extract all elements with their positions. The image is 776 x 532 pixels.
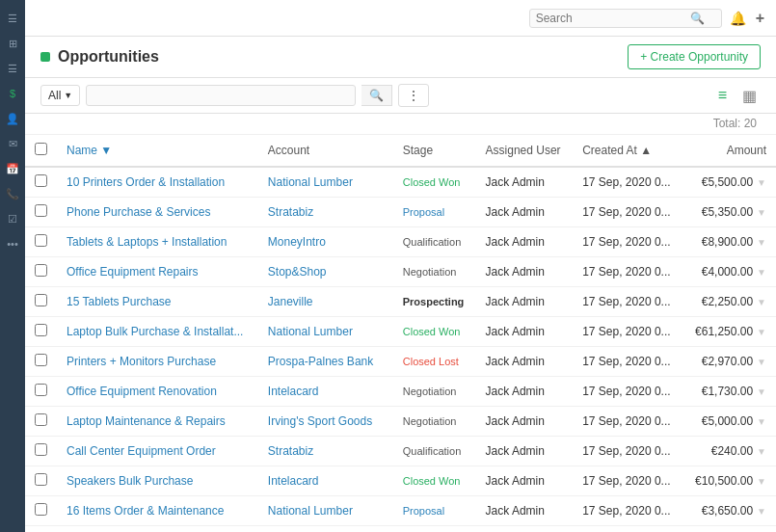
amount-expand-icon[interactable]: ▼ bbox=[757, 267, 766, 278]
sidebar-dollar-icon[interactable]: $ bbox=[2, 83, 23, 104]
row-account: National Lumber bbox=[258, 317, 393, 347]
row-account: Prospa-Palnes Bank bbox=[258, 526, 393, 533]
account-name-link[interactable]: MoneyIntro bbox=[268, 235, 326, 249]
sidebar-user-icon[interactable]: 👤 bbox=[2, 108, 23, 129]
account-name-link[interactable]: Irving's Sport Goods bbox=[268, 414, 372, 428]
account-name-link[interactable]: Stop&Shop bbox=[268, 265, 327, 279]
opportunity-name-link[interactable]: Phone Purchase & Services bbox=[67, 205, 210, 219]
sidebar-check-icon[interactable]: ☑ bbox=[2, 208, 23, 229]
col-account[interactable]: Account bbox=[258, 135, 393, 167]
amount-expand-icon[interactable]: ▼ bbox=[757, 297, 766, 307]
row-checkbox[interactable] bbox=[35, 294, 47, 306]
amount-expand-icon[interactable]: ▼ bbox=[757, 446, 766, 457]
row-checkbox-cell[interactable] bbox=[25, 526, 57, 533]
list-view-button[interactable]: ≡ bbox=[714, 85, 731, 106]
search-box[interactable]: 🔍 bbox=[529, 9, 722, 28]
filter-dropdown[interactable]: All ▼ bbox=[40, 85, 80, 106]
opportunity-name-link[interactable]: Laptop Maintenance & Repairs bbox=[67, 414, 226, 428]
select-all-checkbox[interactable] bbox=[35, 143, 47, 155]
amount-expand-icon[interactable]: ▼ bbox=[757, 506, 766, 517]
row-created: 17 Sep, 2020 0... bbox=[573, 466, 682, 496]
row-checkbox[interactable] bbox=[35, 503, 47, 516]
sidebar-grid-icon[interactable]: ⊞ bbox=[2, 33, 23, 54]
opportunity-name-link[interactable]: Office Equipment Repairs bbox=[67, 265, 199, 279]
account-name-link[interactable]: Intelacard bbox=[268, 474, 319, 488]
account-name-link[interactable]: Stratabiz bbox=[268, 205, 313, 219]
opportunity-name-link[interactable]: Call Center Equipment Order bbox=[67, 444, 216, 458]
row-checkbox-cell[interactable] bbox=[25, 466, 57, 496]
opportunity-name-link[interactable]: Tablets & Laptops + Installation bbox=[67, 235, 227, 249]
sidebar-phone-icon[interactable]: 📞 bbox=[2, 183, 23, 204]
amount-expand-icon[interactable]: ▼ bbox=[757, 237, 766, 248]
more-options-button[interactable]: ⋮ bbox=[398, 84, 429, 107]
row-checkbox-cell[interactable] bbox=[25, 167, 57, 198]
col-created-at[interactable]: Created At ▲ bbox=[573, 135, 682, 167]
opportunity-name-link[interactable]: Office Equipment Renovation bbox=[67, 385, 217, 398]
col-amount[interactable]: Amount bbox=[683, 135, 777, 167]
bell-icon[interactable]: 🔔 bbox=[730, 11, 746, 26]
col-assigned-user[interactable]: Assigned User bbox=[476, 135, 574, 167]
row-user: Jack Admin bbox=[476, 466, 574, 496]
row-checkbox[interactable] bbox=[35, 443, 47, 456]
amount-value: €10,500.00 bbox=[695, 474, 753, 488]
amount-expand-icon[interactable]: ▼ bbox=[757, 416, 766, 427]
opportunity-name-link[interactable]: 15 Tablets Purchase bbox=[67, 295, 172, 308]
row-checkbox[interactable] bbox=[35, 413, 47, 426]
row-user: Jack Admin bbox=[476, 407, 574, 437]
col-stage[interactable]: Stage bbox=[393, 135, 476, 167]
filter-search-input[interactable] bbox=[86, 85, 356, 106]
row-checkbox-cell[interactable] bbox=[25, 287, 57, 317]
col-name[interactable]: Name ▼ bbox=[57, 135, 258, 167]
sidebar-menu-icon[interactable]: ☰ bbox=[2, 8, 23, 29]
account-name-link[interactable]: Intelacard bbox=[268, 385, 319, 398]
amount-expand-icon[interactable]: ▼ bbox=[757, 386, 766, 397]
amount-expand-icon[interactable]: ▼ bbox=[757, 207, 766, 218]
amount-expand-icon[interactable]: ▼ bbox=[757, 357, 766, 367]
account-name-link[interactable]: National Lumber bbox=[268, 325, 353, 338]
amount-expand-icon[interactable]: ▼ bbox=[757, 177, 766, 188]
row-checkbox-cell[interactable] bbox=[25, 198, 57, 227]
row-checkbox[interactable] bbox=[35, 354, 47, 366]
row-checkbox[interactable] bbox=[35, 473, 47, 486]
row-checkbox-cell[interactable] bbox=[25, 227, 57, 257]
filter-search-button[interactable]: 🔍 bbox=[361, 85, 392, 106]
row-checkbox-cell[interactable] bbox=[25, 496, 57, 526]
add-icon[interactable]: + bbox=[756, 10, 764, 27]
sidebar-mail-icon[interactable]: ✉ bbox=[2, 133, 23, 154]
row-checkbox-cell[interactable] bbox=[25, 317, 57, 347]
account-name-link[interactable]: National Lumber bbox=[268, 175, 353, 189]
row-checkbox[interactable] bbox=[35, 174, 47, 187]
row-checkbox-cell[interactable] bbox=[25, 257, 57, 287]
opportunity-name-link[interactable]: Printers + Monitors Purchase bbox=[67, 355, 216, 368]
amount-expand-icon[interactable]: ▼ bbox=[757, 476, 766, 487]
account-name-link[interactable]: National Lumber bbox=[268, 504, 353, 518]
select-all-header[interactable] bbox=[25, 135, 57, 167]
row-user: Jack Admin bbox=[476, 496, 574, 526]
search-input[interactable] bbox=[536, 12, 690, 25]
row-checkbox[interactable] bbox=[35, 204, 47, 217]
sidebar-list-icon[interactable]: ☰ bbox=[2, 58, 23, 79]
account-name-link[interactable]: Stratabiz bbox=[268, 444, 313, 458]
row-checkbox[interactable] bbox=[35, 324, 47, 336]
row-checkbox-cell[interactable] bbox=[25, 407, 57, 437]
kanban-view-button[interactable]: ▦ bbox=[738, 85, 761, 107]
row-checkbox-cell[interactable] bbox=[25, 437, 57, 466]
sidebar-more-icon[interactable]: ••• bbox=[2, 233, 23, 254]
account-name-link[interactable]: Janeville bbox=[268, 295, 313, 308]
sidebar-calendar-icon[interactable]: 📅 bbox=[2, 158, 23, 179]
row-created: 17 Sep, 2020 0... bbox=[573, 317, 682, 347]
account-name-link[interactable]: Prospa-Palnes Bank bbox=[268, 355, 373, 368]
amount-expand-icon[interactable]: ▼ bbox=[757, 327, 766, 337]
row-checkbox[interactable] bbox=[35, 264, 47, 277]
opportunity-name-link[interactable]: 10 Printers Order & Installation bbox=[67, 175, 225, 189]
opportunity-name-link[interactable]: 16 Items Order & Maintenance bbox=[67, 504, 224, 518]
table-row: 16 Items Order & Maintenance National Lu… bbox=[25, 496, 776, 526]
row-checkbox-cell[interactable] bbox=[25, 377, 57, 407]
opportunity-name-link[interactable]: Speakers Bulk Purchase bbox=[67, 474, 193, 488]
row-checkbox[interactable] bbox=[35, 234, 47, 247]
create-opportunity-button[interactable]: + Create Opportunity bbox=[628, 44, 761, 69]
opportunity-name-link[interactable]: Laptop Bulk Purchase & Installat... bbox=[67, 325, 243, 338]
row-checkbox-cell[interactable] bbox=[25, 347, 57, 377]
row-checkbox[interactable] bbox=[35, 384, 47, 396]
title-dot bbox=[40, 52, 50, 62]
